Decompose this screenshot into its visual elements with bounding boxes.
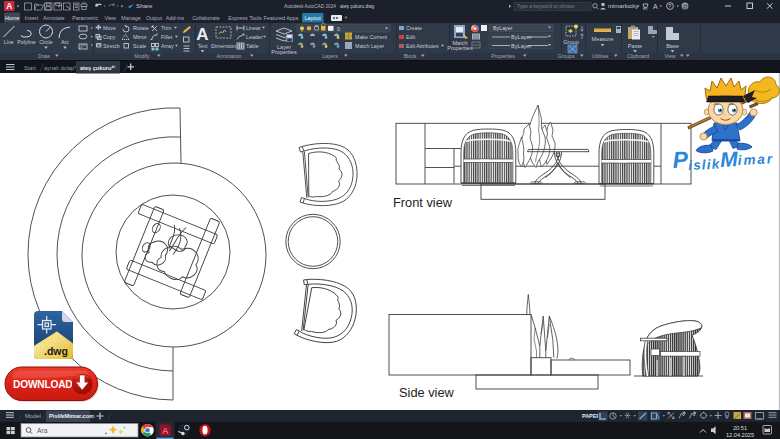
svg-text:Move: Move: [103, 25, 116, 31]
svg-text:@: @: [683, 3, 689, 9]
svg-text:ByLayer: ByLayer: [511, 43, 532, 49]
svg-text:View: View: [104, 15, 116, 21]
svg-text:Fillet: Fillet: [161, 34, 173, 40]
svg-text:Collaborate: Collaborate: [192, 15, 220, 21]
svg-text:Array: Array: [161, 43, 174, 49]
svg-text:ateş çukuru*: ateş çukuru*: [80, 65, 114, 71]
svg-text:Add-ins: Add-ins: [166, 15, 185, 21]
svg-text:Edit Attributes: Edit Attributes: [406, 43, 439, 49]
svg-text:Linear: Linear: [246, 25, 261, 31]
svg-text:Copy: Copy: [103, 34, 116, 40]
svg-text:Groups: Groups: [557, 53, 574, 59]
svg-text:Line: Line: [4, 39, 14, 45]
svg-text:Properties: Properties: [271, 49, 297, 55]
svg-text:Text: Text: [198, 43, 208, 49]
svg-text:PAPER: PAPER: [582, 413, 600, 419]
svg-text:Block: Block: [404, 53, 417, 59]
svg-text:Insert: Insert: [25, 15, 39, 21]
svg-text:Stretch: Stretch: [103, 43, 120, 49]
svg-text:12.04.2025: 12.04.2025: [726, 432, 754, 438]
svg-text:Model: Model: [25, 413, 41, 419]
svg-text:Paste: Paste: [628, 43, 642, 49]
svg-text:ByLayer: ByLayer: [493, 25, 513, 31]
svg-text:Trim: Trim: [161, 25, 172, 31]
svg-text:PislikMimar.com: PislikMimar.com: [49, 413, 94, 419]
svg-text:Modify: Modify: [134, 53, 150, 59]
svg-text:Layers: Layers: [322, 53, 338, 59]
svg-text:Ara: Ara: [37, 427, 48, 434]
svg-text:Scale: Scale: [133, 43, 146, 49]
svg-text:Home: Home: [5, 15, 19, 21]
svg-text:Type a keyword or phrase: Type a keyword or phrase: [517, 3, 575, 9]
svg-text:?: ?: [668, 3, 671, 9]
svg-text:Side view: Side view: [399, 385, 455, 400]
svg-text:Draw: Draw: [38, 53, 50, 59]
svg-text:Parametric: Parametric: [72, 15, 98, 21]
svg-text:mimarlucky: mimarlucky: [608, 3, 638, 9]
svg-text:Leader: Leader: [246, 34, 263, 40]
svg-text:Start: Start: [24, 65, 36, 71]
svg-text:Clipboard: Clipboard: [627, 53, 649, 59]
svg-text:ByLayer: ByLayer: [511, 34, 532, 40]
svg-text:Properties: Properties: [447, 45, 473, 51]
svg-text:Measure: Measure: [592, 36, 614, 42]
svg-text:View: View: [664, 53, 675, 59]
svg-text:ateş çukuru.dwg: ateş çukuru.dwg: [340, 4, 375, 9]
svg-text:Properties: Properties: [491, 53, 515, 59]
svg-text:A: A: [196, 25, 208, 44]
svg-text:Group: Group: [563, 39, 579, 45]
svg-text:A: A: [653, 3, 658, 10]
svg-text:Base: Base: [666, 43, 679, 49]
svg-text:Edit: Edit: [406, 34, 416, 40]
svg-text:Annotate: Annotate: [43, 15, 65, 21]
svg-text:Front view: Front view: [393, 195, 453, 210]
svg-text:Utilities: Utilities: [592, 53, 609, 59]
svg-text:A: A: [162, 426, 169, 436]
svg-text:Annotation: Annotation: [217, 53, 242, 59]
svg-text:Manage: Manage: [121, 15, 140, 21]
svg-text:Polyline: Polyline: [17, 39, 36, 45]
svg-text:Rotate: Rotate: [133, 25, 149, 31]
svg-text:0: 0: [337, 26, 340, 32]
svg-text:.dwg: .dwg: [44, 345, 68, 357]
svg-text:Table: Table: [246, 43, 259, 49]
svg-text:Mirror: Mirror: [133, 34, 147, 40]
svg-text:Make Current: Make Current: [355, 34, 388, 40]
svg-text:DOWNLOAD: DOWNLOAD: [13, 379, 73, 390]
svg-text:Dimension: Dimension: [211, 43, 236, 49]
svg-text:A: A: [6, 1, 12, 11]
svg-text:Share: Share: [136, 2, 153, 9]
svg-text:Arc: Arc: [61, 39, 69, 45]
svg-text:Match Layer: Match Layer: [355, 43, 384, 49]
svg-text:Create: Create: [406, 25, 422, 31]
svg-text:Express Tools: Express Tools: [228, 15, 262, 21]
svg-text:Autodesk AutoCAD 2024: Autodesk AutoCAD 2024: [284, 4, 336, 9]
svg-text:Layout: Layout: [305, 15, 322, 21]
svg-text:Circle: Circle: [39, 39, 53, 45]
svg-text:20:51: 20:51: [733, 425, 747, 431]
svg-text:Featured Apps: Featured Apps: [263, 15, 298, 21]
svg-text:aynalı dolap*: aynalı dolap*: [44, 65, 77, 71]
svg-text:Output: Output: [146, 15, 163, 21]
